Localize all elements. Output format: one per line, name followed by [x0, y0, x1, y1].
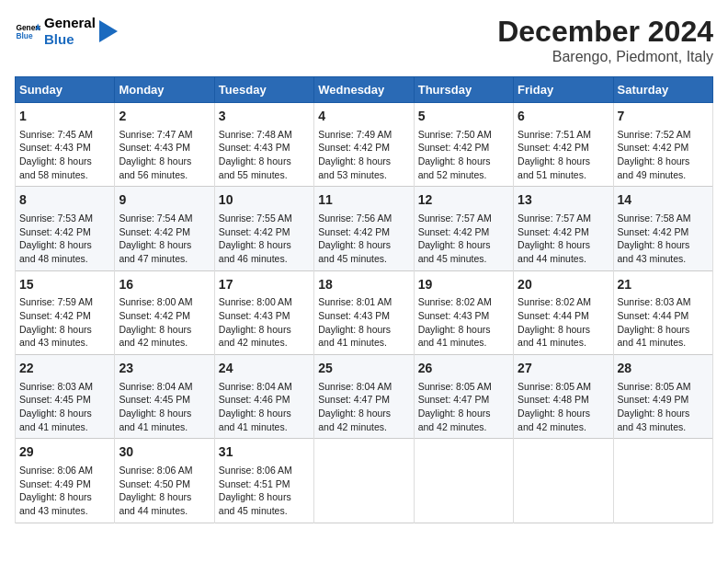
daylight-text: Daylight: 8 hoursand 45 minutes. — [318, 239, 391, 264]
daylight-text: Daylight: 8 hoursand 42 minutes. — [518, 408, 590, 432]
day-number: 25 — [318, 360, 409, 378]
daylight-text: Daylight: 8 hoursand 51 minutes. — [518, 155, 590, 180]
calendar-cell: 21Sunrise: 8:03 AMSunset: 4:44 PMDayligh… — [613, 270, 712, 354]
sunset-text: Sunset: 4:42 PM — [418, 226, 490, 237]
page-header: General Blue General Blue December 2024 … — [15, 15, 713, 65]
calendar-cell: 16Sunrise: 8:00 AMSunset: 4:42 PMDayligh… — [115, 270, 214, 354]
daylight-text: Daylight: 8 hoursand 41 minutes. — [19, 408, 92, 432]
day-number: 6 — [518, 108, 609, 126]
logo: General Blue General Blue — [15, 15, 118, 48]
calendar-cell: 7Sunrise: 7:52 AMSunset: 4:42 PMDaylight… — [613, 103, 712, 187]
calendar-cell: 5Sunrise: 7:50 AMSunset: 4:42 PMDaylight… — [414, 103, 513, 187]
sunrise-text: Sunrise: 7:51 AM — [518, 129, 591, 140]
calendar-cell: 17Sunrise: 8:00 AMSunset: 4:43 PMDayligh… — [214, 270, 313, 354]
sunrise-text: Sunrise: 8:03 AM — [618, 296, 691, 307]
calendar-cell — [414, 439, 513, 523]
sunset-text: Sunset: 4:45 PM — [119, 394, 190, 405]
daylight-text: Daylight: 8 hoursand 41 minutes. — [418, 324, 491, 349]
calendar-cell: 11Sunrise: 7:56 AMSunset: 4:42 PMDayligh… — [314, 187, 414, 270]
sunrise-text: Sunrise: 7:57 AM — [418, 213, 492, 224]
calendar-cell: 12Sunrise: 7:57 AMSunset: 4:42 PMDayligh… — [414, 187, 513, 270]
sunrise-text: Sunrise: 7:59 AM — [19, 296, 93, 307]
daylight-text: Daylight: 8 hoursand 43 minutes. — [19, 324, 92, 349]
daylight-text: Daylight: 8 hoursand 45 minutes. — [219, 491, 291, 516]
sunset-text: Sunset: 4:49 PM — [618, 394, 689, 405]
daylight-text: Daylight: 8 hoursand 42 minutes. — [418, 408, 491, 432]
sunrise-text: Sunrise: 7:53 AM — [19, 213, 93, 224]
daylight-text: Daylight: 8 hoursand 41 minutes. — [219, 408, 291, 432]
daylight-text: Daylight: 8 hoursand 42 minutes. — [318, 408, 391, 432]
calendar-title: December 2024 — [497, 15, 713, 49]
day-number: 19 — [418, 276, 509, 294]
daylight-text: Daylight: 8 hoursand 43 minutes. — [618, 239, 690, 264]
daylight-text: Daylight: 8 hoursand 58 minutes. — [19, 155, 92, 180]
sunset-text: Sunset: 4:47 PM — [418, 394, 490, 405]
calendar-cell: 23Sunrise: 8:04 AMSunset: 4:45 PMDayligh… — [115, 355, 214, 439]
day-of-week-header: Monday — [115, 77, 214, 103]
daylight-text: Daylight: 8 hoursand 42 minutes. — [119, 324, 191, 349]
sunset-text: Sunset: 4:42 PM — [518, 142, 589, 153]
day-number: 9 — [119, 191, 210, 210]
sunset-text: Sunset: 4:46 PM — [219, 394, 290, 405]
sunrise-text: Sunrise: 8:05 AM — [518, 381, 591, 392]
sunrise-text: Sunrise: 8:04 AM — [219, 381, 292, 392]
calendar-cell: 4Sunrise: 7:49 AMSunset: 4:42 PMDaylight… — [314, 103, 414, 187]
sunset-text: Sunset: 4:42 PM — [119, 226, 190, 237]
sunrise-text: Sunrise: 8:04 AM — [318, 381, 392, 392]
day-number: 17 — [219, 276, 310, 294]
sunrise-text: Sunrise: 8:05 AM — [618, 381, 691, 392]
sunset-text: Sunset: 4:45 PM — [19, 394, 91, 405]
calendar-cell: 2Sunrise: 7:47 AMSunset: 4:43 PMDaylight… — [115, 103, 214, 187]
calendar-week-row: 22Sunrise: 8:03 AMSunset: 4:45 PMDayligh… — [16, 355, 713, 439]
calendar-week-row: 15Sunrise: 7:59 AMSunset: 4:42 PMDayligh… — [16, 270, 713, 354]
logo-blue-text: Blue — [44, 31, 96, 48]
day-number: 2 — [119, 108, 210, 126]
daylight-text: Daylight: 8 hoursand 41 minutes. — [318, 324, 391, 349]
calendar-cell — [613, 439, 712, 523]
day-number: 30 — [119, 443, 210, 462]
day-number: 14 — [618, 191, 709, 210]
sunset-text: Sunset: 4:44 PM — [518, 310, 589, 321]
calendar-cell: 27Sunrise: 8:05 AMSunset: 4:48 PMDayligh… — [514, 355, 613, 439]
sunrise-text: Sunrise: 8:06 AM — [219, 465, 292, 476]
sunset-text: Sunset: 4:43 PM — [19, 142, 91, 153]
sunrise-text: Sunrise: 7:45 AM — [19, 129, 93, 140]
calendar-cell: 26Sunrise: 8:05 AMSunset: 4:47 PMDayligh… — [414, 355, 513, 439]
daylight-text: Daylight: 8 hoursand 46 minutes. — [219, 239, 291, 264]
daylight-text: Daylight: 8 hoursand 41 minutes. — [518, 324, 590, 349]
sunset-text: Sunset: 4:50 PM — [119, 478, 190, 489]
svg-text:Blue: Blue — [16, 31, 32, 40]
sunset-text: Sunset: 4:42 PM — [318, 226, 390, 237]
day-of-week-header: Tuesday — [214, 77, 313, 103]
calendar-week-row: 1Sunrise: 7:45 AMSunset: 4:43 PMDaylight… — [16, 103, 713, 187]
day-number: 29 — [19, 443, 110, 462]
sunrise-text: Sunrise: 8:02 AM — [418, 296, 492, 307]
sunset-text: Sunset: 4:42 PM — [19, 310, 91, 321]
sunset-text: Sunset: 4:43 PM — [219, 142, 290, 153]
daylight-text: Daylight: 8 hoursand 42 minutes. — [219, 324, 291, 349]
daylight-text: Daylight: 8 hoursand 43 minutes. — [19, 491, 92, 516]
day-number: 12 — [418, 191, 509, 210]
day-number: 5 — [418, 108, 509, 126]
sunset-text: Sunset: 4:42 PM — [418, 142, 490, 153]
sunrise-text: Sunrise: 7:54 AM — [119, 213, 192, 224]
day-number: 11 — [318, 191, 409, 210]
daylight-text: Daylight: 8 hoursand 43 minutes. — [618, 408, 690, 432]
daylight-text: Daylight: 8 hoursand 44 minutes. — [518, 239, 590, 264]
sunrise-text: Sunrise: 8:06 AM — [19, 465, 93, 476]
calendar-cell: 25Sunrise: 8:04 AMSunset: 4:47 PMDayligh… — [314, 355, 414, 439]
daylight-text: Daylight: 8 hoursand 44 minutes. — [119, 491, 191, 516]
day-number: 26 — [418, 360, 509, 378]
calendar-cell: 22Sunrise: 8:03 AMSunset: 4:45 PMDayligh… — [16, 355, 115, 439]
sunrise-text: Sunrise: 8:03 AM — [19, 381, 93, 392]
day-number: 3 — [219, 108, 310, 126]
calendar-cell: 19Sunrise: 8:02 AMSunset: 4:43 PMDayligh… — [414, 270, 513, 354]
day-number: 4 — [318, 108, 409, 126]
sunrise-text: Sunrise: 8:00 AM — [119, 296, 192, 307]
sunset-text: Sunset: 4:47 PM — [318, 394, 390, 405]
calendar-table: SundayMondayTuesdayWednesdayThursdayFrid… — [15, 76, 713, 523]
sunrise-text: Sunrise: 7:49 AM — [318, 129, 392, 140]
day-of-week-header: Thursday — [414, 77, 513, 103]
svg-marker-3 — [99, 20, 118, 42]
sunset-text: Sunset: 4:43 PM — [418, 310, 490, 321]
